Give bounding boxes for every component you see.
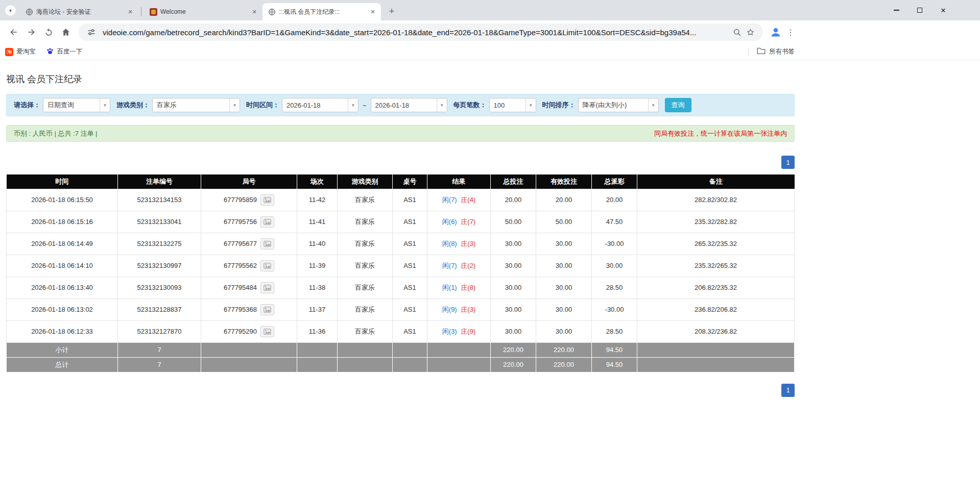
game-type-value: 百家乐 xyxy=(153,98,229,112)
cell-valid-bet: 50.00 xyxy=(536,211,592,233)
column-header-result: 结果 xyxy=(427,174,491,189)
search-button[interactable]: 查询 xyxy=(665,98,691,112)
bookmark-baidu[interactable]: 百度一下 xyxy=(46,47,83,57)
cell-valid-bet: 30.00 xyxy=(536,233,592,255)
tab-close-icon[interactable]: ✕ xyxy=(250,8,258,16)
empty-cell xyxy=(201,342,297,357)
sort-order-label: 时间排序： xyxy=(542,101,576,110)
player-result: 闲(3) xyxy=(442,328,457,335)
date-end-select[interactable]: 2026-01-18 ▼ xyxy=(371,98,447,112)
cell-round-id: 677795562 xyxy=(201,255,297,277)
zoom-icon[interactable] xyxy=(730,26,744,38)
page-1-button[interactable]: 1 xyxy=(781,384,795,397)
profile-avatar-icon[interactable] xyxy=(769,26,782,39)
notice-text: 同局有效投注，统一计算在该局第一张注单内 xyxy=(654,129,787,138)
game-type-label: 游戏类别： xyxy=(116,101,150,110)
round-media-icon[interactable] xyxy=(260,260,274,271)
player-result: 闲(9) xyxy=(442,306,457,313)
minimize-button[interactable] xyxy=(885,0,908,20)
all-bookmarks[interactable]: 所有书签 xyxy=(748,47,795,57)
total-payout: 94.50 xyxy=(592,357,637,372)
round-media-icon[interactable] xyxy=(260,282,274,293)
forward-icon[interactable] xyxy=(22,23,40,41)
tab-title: Welcome xyxy=(160,8,247,15)
cell-note: 235.32/265.32 xyxy=(637,255,795,277)
cell-table-no: AS1 xyxy=(393,211,427,233)
browser-menu-icon[interactable]: ⋮ xyxy=(784,26,797,39)
empty-cell xyxy=(297,342,338,357)
subtotal-count: 7 xyxy=(118,342,201,357)
total-row: 总计 7 220.00 220.00 94.50 xyxy=(7,357,795,372)
round-media-icon[interactable] xyxy=(260,304,274,315)
cell-time: 2026-01-18 06:13:40 xyxy=(7,277,118,298)
bookmark-label: 爱淘宝 xyxy=(16,47,36,56)
query-type-select[interactable]: 日期查询 ▼ xyxy=(43,98,110,112)
cell-total-bet-link[interactable]: 30.00 xyxy=(491,233,536,255)
cell-total-bet-link[interactable]: 50.00 xyxy=(491,211,536,233)
cell-payout: 20.00 xyxy=(592,189,637,211)
folder-icon xyxy=(757,47,766,57)
cell-total-bet-link[interactable]: 30.00 xyxy=(491,255,536,277)
page-1-button[interactable]: 1 xyxy=(781,156,795,169)
cell-valid-bet: 30.00 xyxy=(536,255,592,277)
query-type-label: 请选择： xyxy=(14,101,40,110)
cell-session: 11-42 xyxy=(297,189,338,211)
bookmark-taobao[interactable]: 淘 爱淘宝 xyxy=(5,47,36,56)
player-result: 闲(7) xyxy=(442,196,457,204)
close-button[interactable]: ✕ xyxy=(931,0,955,20)
url-bar[interactable]: videoie.com/game/betrecord_search/kind3?… xyxy=(79,23,763,41)
maximize-button[interactable] xyxy=(908,0,931,20)
tab-search-icon[interactable]: ▾ xyxy=(5,5,16,16)
currency-summary-text: 币别 : 人民币 | 总共 :7 注单 | xyxy=(14,129,98,138)
round-media-icon[interactable] xyxy=(260,238,274,250)
cell-result: 闲(7) 庄(4) xyxy=(427,189,491,211)
back-icon[interactable] xyxy=(5,23,22,41)
player-result: 闲(1) xyxy=(442,284,457,291)
column-header-note: 备注 xyxy=(637,174,795,189)
cell-note: 265.32/235.32 xyxy=(637,233,795,255)
banker-result: 庄(3) xyxy=(461,306,475,313)
bookmark-star-icon[interactable] xyxy=(744,26,757,38)
round-media-icon[interactable] xyxy=(260,194,274,206)
date-range-label: 时间区间： xyxy=(246,101,279,110)
home-icon[interactable] xyxy=(57,23,75,41)
cell-session: 11-36 xyxy=(297,320,338,342)
cell-round-id: 677795756 xyxy=(201,211,297,233)
subtotal-valid-bet: 220.00 xyxy=(536,342,592,357)
refresh-icon[interactable] xyxy=(40,23,57,41)
banker-result: 庄(9) xyxy=(461,328,475,335)
cell-total-bet-link[interactable]: 30.00 xyxy=(491,298,536,320)
cell-payout: 28.50 xyxy=(592,277,637,298)
cell-time: 2026-01-18 06:14:49 xyxy=(7,233,118,255)
browser-tab-2[interactable]: Welcome ✕ xyxy=(144,3,262,20)
tab-close-icon[interactable]: ✕ xyxy=(369,8,377,16)
round-media-icon[interactable] xyxy=(260,326,274,337)
empty-cell xyxy=(338,357,393,372)
empty-cell xyxy=(201,357,297,372)
cell-game-type: 百家乐 xyxy=(338,211,393,233)
cell-table-no: AS1 xyxy=(393,298,427,320)
tab-close-icon[interactable]: ✕ xyxy=(126,8,134,16)
browser-tab-3-active[interactable]: :::视讯 会员下注纪录::: ✕ xyxy=(262,3,381,20)
cell-session: 11-40 xyxy=(297,233,338,255)
cell-total-bet-link[interactable]: 30.00 xyxy=(491,277,536,298)
cell-bet-id: 523132132275 xyxy=(118,233,201,255)
empty-cell xyxy=(393,342,427,357)
site-info-icon[interactable] xyxy=(85,26,98,38)
cell-payout: 47.50 xyxy=(592,211,637,233)
cell-time: 2026-01-18 06:15:50 xyxy=(7,189,118,211)
query-type-value: 日期查询 xyxy=(43,98,100,112)
cell-table-no: AS1 xyxy=(393,277,427,298)
date-start-select[interactable]: 2026-01-18 ▼ xyxy=(282,98,358,112)
tab-title: :::视讯 会员下注纪录::: xyxy=(279,8,366,16)
game-type-select[interactable]: 百家乐 ▼ xyxy=(152,98,240,112)
cell-total-bet-link[interactable]: 20.00 xyxy=(491,189,536,211)
new-tab-button[interactable]: + xyxy=(385,5,398,18)
per-page-select[interactable]: 100 ▼ xyxy=(489,98,536,112)
sort-order-select[interactable]: 降幂(由大到小) ▼ xyxy=(578,98,659,112)
browser-tab-1[interactable]: 海燕论坛 - 安全验证 ✕ xyxy=(20,3,138,20)
round-media-icon[interactable] xyxy=(260,216,274,228)
cell-total-bet-link[interactable]: 30.00 xyxy=(491,320,536,342)
player-result: 闲(7) xyxy=(442,262,457,269)
cell-valid-bet: 20.00 xyxy=(536,189,592,211)
